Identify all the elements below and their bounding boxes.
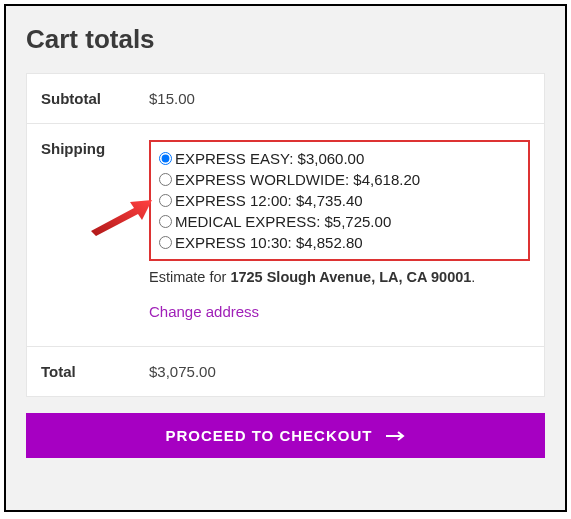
checkout-label: PROCEED TO CHECKOUT — [165, 427, 372, 444]
shipping-option[interactable]: EXPRESS WORLDWIDE: $4,618.20 — [159, 169, 520, 190]
estimate-prefix: Estimate for — [149, 269, 230, 285]
shipping-cell: EXPRESS EASY: $3,060.00 EXPRESS WORLDWID… — [149, 124, 544, 346]
arrow-right-icon — [386, 427, 406, 444]
shipping-option-label[interactable]: EXPRESS WORLDWIDE: $4,618.20 — [175, 171, 420, 188]
subtotal-row: Subtotal $15.00 — [27, 74, 544, 124]
shipping-label: Shipping — [27, 124, 149, 346]
estimate-text: Estimate for 1725 Slough Avenue, LA, CA … — [149, 269, 530, 285]
proceed-to-checkout-button[interactable]: PROCEED TO CHECKOUT — [26, 413, 545, 458]
shipping-radio[interactable] — [159, 194, 172, 207]
subtotal-value: $15.00 — [149, 74, 544, 123]
cart-totals-panel: Cart totals Subtotal $15.00 Shipping EXP… — [4, 4, 567, 512]
total-row: Total $3,075.00 — [27, 347, 544, 396]
subtotal-label: Subtotal — [27, 74, 149, 123]
shipping-option[interactable]: EXPRESS 10:30: $4,852.80 — [159, 232, 520, 253]
shipping-option-label[interactable]: EXPRESS EASY: $3,060.00 — [175, 150, 364, 167]
shipping-option-label[interactable]: EXPRESS 10:30: $4,852.80 — [175, 234, 363, 251]
shipping-option[interactable]: EXPRESS 12:00: $4,735.40 — [159, 190, 520, 211]
shipping-option-label[interactable]: MEDICAL EXPRESS: $5,725.00 — [175, 213, 391, 230]
shipping-radio[interactable] — [159, 215, 172, 228]
shipping-option[interactable]: MEDICAL EXPRESS: $5,725.00 — [159, 211, 520, 232]
shipping-radio[interactable] — [159, 173, 172, 186]
shipping-options-highlight: EXPRESS EASY: $3,060.00 EXPRESS WORLDWID… — [149, 140, 530, 261]
shipping-row: Shipping EXPRESS EASY: $3,060.00 EXPRESS… — [27, 124, 544, 347]
shipping-option[interactable]: EXPRESS EASY: $3,060.00 — [159, 148, 520, 169]
cart-totals-table: Subtotal $15.00 Shipping EXPRESS EASY: $… — [26, 73, 545, 397]
page-title: Cart totals — [26, 24, 545, 55]
total-label: Total — [27, 347, 149, 396]
total-value: $3,075.00 — [149, 347, 544, 396]
shipping-radio[interactable] — [159, 236, 172, 249]
shipping-radio[interactable] — [159, 152, 172, 165]
change-address-link[interactable]: Change address — [149, 303, 259, 320]
shipping-option-label[interactable]: EXPRESS 12:00: $4,735.40 — [175, 192, 363, 209]
estimate-address: 1725 Slough Avenue, LA, CA 90001 — [230, 269, 471, 285]
